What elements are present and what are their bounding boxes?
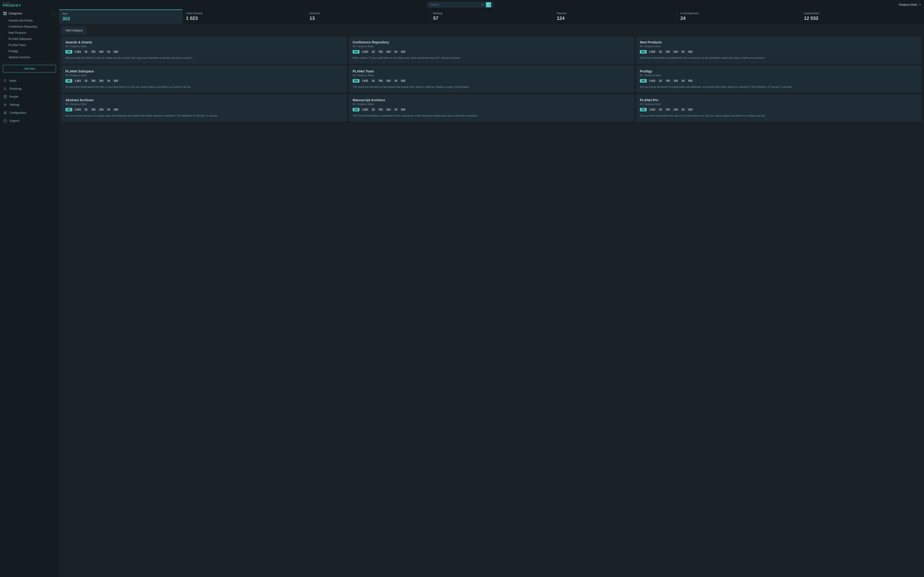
card-badge: 1 023 bbox=[361, 79, 370, 82]
categories-header: Categories ─ bbox=[0, 10, 59, 18]
user-info[interactable]: Sladjana Matic ▼ bbox=[899, 3, 921, 6]
search-input[interactable] bbox=[429, 2, 481, 7]
card-title: Awards & Grants bbox=[65, 40, 343, 44]
card-badge: 620 bbox=[400, 79, 407, 82]
card-badge: 1 023 bbox=[361, 108, 370, 111]
card-badge: 620 bbox=[112, 108, 119, 111]
stat-declined[interactable]: Declined13 bbox=[306, 10, 430, 24]
categories-label: Categories bbox=[8, 12, 22, 15]
sidebar-nav-roadmap[interactable]: Roadmap bbox=[0, 85, 59, 93]
collapse-button[interactable]: ─ bbox=[51, 11, 55, 16]
card-badge: 620 bbox=[687, 108, 694, 111]
card-badge: 234 bbox=[385, 50, 392, 53]
svg-point-4 bbox=[4, 79, 6, 81]
settings-icon bbox=[3, 103, 7, 107]
card-badge: 234 bbox=[385, 79, 392, 82]
card-badge: 302 bbox=[65, 79, 72, 82]
card-badge: 302 bbox=[353, 79, 360, 82]
category-card[interactable]: PLANet Team IM: Sladjana Matic 3021 0233… bbox=[349, 66, 634, 92]
card-badge: 1 023 bbox=[73, 79, 82, 82]
card-badge: 32 bbox=[83, 108, 89, 111]
sidebar-category-item[interactable]: Abstract Archives bbox=[0, 54, 59, 60]
card-desc: The world has become so fast paced that … bbox=[353, 85, 630, 89]
sidebar-category-item[interactable]: Conference Repository bbox=[0, 24, 59, 30]
stat-value: 124 bbox=[557, 16, 674, 21]
stat-value: 1 023 bbox=[186, 16, 302, 21]
sidebar-nav-ideas[interactable]: Ideas bbox=[0, 77, 59, 85]
nav-label: Roadmap bbox=[10, 87, 22, 90]
sidebar-category-item[interactable]: Awards and Grants bbox=[0, 18, 59, 24]
card-desc: So you have heard about this site or you… bbox=[65, 85, 343, 89]
sidebar-nav-configuration[interactable]: Configuration bbox=[0, 109, 59, 117]
card-badge: 32 bbox=[371, 50, 376, 53]
grid-icon bbox=[3, 12, 6, 15]
svg-rect-3 bbox=[5, 14, 6, 15]
sidebar-category-item[interactable]: New Products bbox=[0, 30, 59, 36]
card-stats: 3021 0233276523434620 bbox=[65, 108, 343, 111]
sidebar-category-item[interactable]: PLANet Team bbox=[0, 42, 59, 48]
card-badge: 32 bbox=[658, 108, 663, 111]
add-category-button[interactable]: Add Category bbox=[62, 27, 86, 34]
svg-rect-2 bbox=[3, 14, 5, 15]
card-badge: 302 bbox=[65, 108, 72, 111]
sidebar-category-item[interactable]: Prodigy bbox=[0, 48, 59, 54]
category-card[interactable]: PLANet Subspace IM: Sladjana Matic 3021 … bbox=[62, 66, 347, 92]
card-im: IM: Sladjana Matic bbox=[640, 74, 918, 77]
card-badge: 34 bbox=[680, 79, 686, 82]
stat-label: Implemented bbox=[804, 12, 921, 15]
sidebar-nav-support[interactable]: ?Support bbox=[0, 117, 59, 125]
card-badge: 302 bbox=[353, 108, 360, 111]
card-badge: 34 bbox=[393, 108, 399, 111]
card-stats: 3021 0233276523434620 bbox=[353, 50, 630, 53]
card-badge: 234 bbox=[672, 108, 679, 111]
category-card[interactable]: Abstract Archives IM: Sladjana Matic 302… bbox=[62, 95, 347, 121]
sidebar-nav-people[interactable]: People bbox=[0, 93, 59, 101]
card-desc: When asked, "If you could wish for one t… bbox=[353, 56, 630, 60]
stat-backlog[interactable]: Backlog57 bbox=[430, 10, 553, 24]
category-card[interactable]: PLANet Pro IM: Sladjana Matic 3021 02332… bbox=[636, 95, 921, 121]
card-badge: 34 bbox=[106, 79, 111, 82]
layout: Categories ─ Awards and GrantsConference… bbox=[0, 10, 924, 577]
stat-new[interactable]: New302 bbox=[59, 10, 183, 24]
card-badge: 234 bbox=[672, 50, 679, 53]
svg-point-7 bbox=[5, 95, 6, 97]
sidebar-nav-settings[interactable]: Settings bbox=[0, 101, 59, 109]
card-im: IM: Sladjana Matic bbox=[65, 45, 343, 48]
category-card[interactable]: Manuscript Archives IM: Sladjana Matic 3… bbox=[349, 95, 634, 121]
card-badge: 32 bbox=[658, 79, 663, 82]
category-card[interactable]: Conference Repository IM: Sladjana Matic… bbox=[349, 37, 634, 63]
stat-value: 24 bbox=[680, 16, 797, 21]
card-badge: 1 023 bbox=[73, 50, 82, 53]
logo: PLANet PRODIGY bbox=[3, 2, 21, 7]
card-badge: 620 bbox=[112, 79, 119, 82]
card-badge: 302 bbox=[640, 79, 647, 82]
card-title: Prodigy bbox=[640, 69, 918, 73]
nav-label: Configuration bbox=[10, 111, 26, 114]
category-card[interactable]: Prodigy IM: Sladjana Matic 3021 02332765… bbox=[636, 66, 921, 92]
category-card[interactable]: Awards & Grants IM: Sladjana Matic 3021 … bbox=[62, 37, 347, 63]
stat-implemented[interactable]: Implemented12 032 bbox=[801, 10, 924, 24]
category-card[interactable]: New Products IM: Sladjana Matic 3021 023… bbox=[636, 37, 921, 63]
search-button[interactable]: 🔍 bbox=[486, 2, 491, 7]
card-title: Abstract Archives bbox=[65, 98, 343, 102]
card-badge: 234 bbox=[672, 79, 679, 82]
svg-point-8 bbox=[5, 104, 6, 105]
stat-under-review[interactable]: Under Review1 023 bbox=[183, 10, 306, 24]
topbar: PLANet PRODIGY ★ 🔍 Sladjana Matic ▼ bbox=[0, 0, 924, 10]
svg-point-12 bbox=[5, 112, 6, 112]
stat-label: Declined bbox=[310, 12, 426, 15]
card-badge: 234 bbox=[98, 79, 105, 82]
sidebar-category-item[interactable]: PLANet Subspace bbox=[0, 36, 59, 42]
card-badge: 32 bbox=[83, 50, 89, 53]
card-badge: 234 bbox=[385, 108, 392, 111]
card-badge: 765 bbox=[90, 108, 97, 111]
add-idea-button[interactable]: Add Idea bbox=[3, 65, 56, 73]
stat-planned[interactable]: Planned124 bbox=[553, 10, 677, 24]
stat-in-development[interactable]: In Development24 bbox=[677, 10, 800, 24]
card-title: Conference Repository bbox=[353, 40, 630, 44]
star-icon[interactable]: ★ bbox=[481, 3, 484, 6]
stat-label: Backlog bbox=[433, 12, 550, 15]
card-badge: 34 bbox=[680, 108, 686, 111]
card-badge: 1 023 bbox=[73, 108, 82, 111]
stat-label: Under Review bbox=[186, 12, 302, 15]
